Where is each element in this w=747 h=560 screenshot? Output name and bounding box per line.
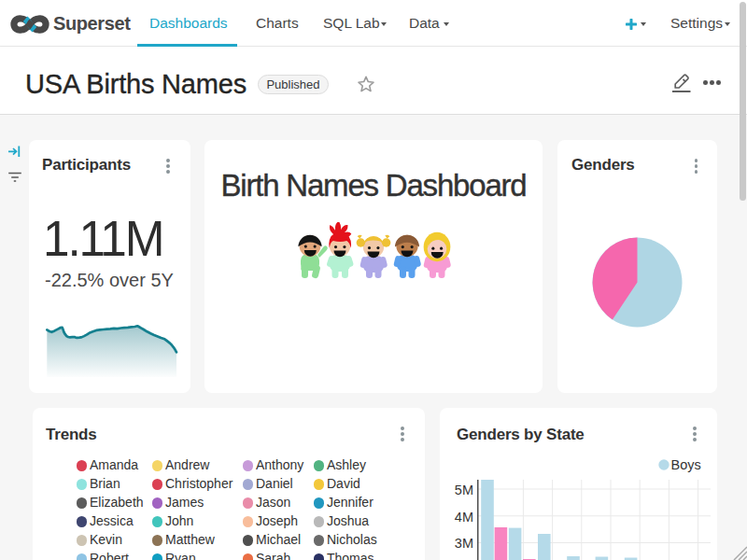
svg-text:Boys: Boys (671, 457, 701, 472)
svg-text:5M: 5M (455, 483, 473, 497)
svg-text:4M: 4M (455, 510, 473, 525)
svg-text:3M: 3M (455, 536, 473, 551)
